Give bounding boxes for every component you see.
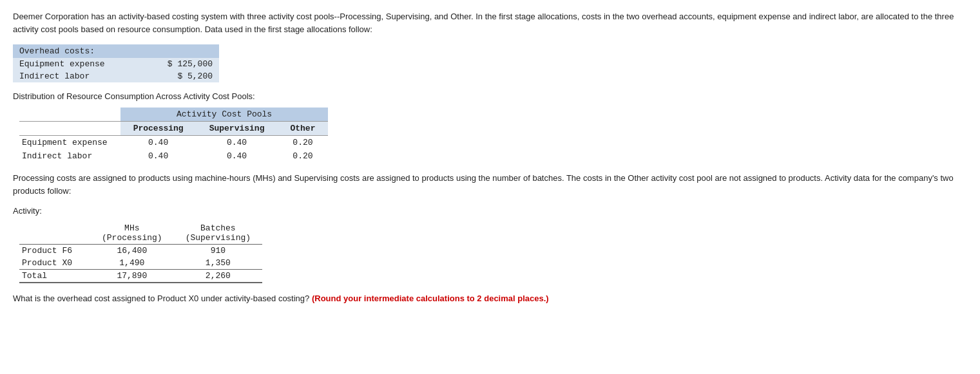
activity-data-table: MHs (Processing) Batches (Supervising) P… (19, 222, 262, 283)
question-normal-text: What is the overhead cost assigned to Pr… (13, 294, 309, 303)
activity-total-batches: 2,260 (174, 270, 262, 283)
acp-row-labor-processing: 0.40 (120, 149, 197, 163)
acp-row-equipment-label: Equipment expense (19, 136, 120, 150)
intro-paragraph: Deemer Corporation has an activity-based… (13, 10, 967, 35)
overhead-row-equipment-value: $ 125,000 (142, 58, 219, 70)
activity-total-mhs: 17,890 (90, 270, 174, 283)
acp-row-equipment-processing: 0.40 (120, 136, 197, 150)
activity-col-batches-header: Batches (Supervising) (174, 222, 262, 245)
acp-row-equipment-supervising: 0.40 (197, 136, 278, 150)
question-bold-text: (Round your intermediate calculations to… (312, 294, 549, 303)
overhead-row-labor-label: Indirect labor (13, 70, 142, 82)
acp-row-labor-label: Indirect labor (19, 149, 120, 163)
activity-row-x0-mhs: 1,490 (90, 257, 174, 270)
acp-row-labor-supervising: 0.40 (197, 149, 278, 163)
processing-paragraph: Processing costs are assigned to product… (13, 172, 967, 197)
activity-cost-pools-table: Activity Cost Pools Processing Supervisi… (19, 108, 328, 163)
activity-row-x0-batches: 1,350 (174, 257, 262, 270)
overhead-costs-table: Overhead costs: Equipment expense $ 125,… (13, 44, 219, 82)
acp-col-other: Other (277, 122, 328, 136)
activity-row-f6-batches: 910 (174, 245, 262, 257)
distribution-heading: Distribution of Resource Consumption Acr… (13, 91, 967, 101)
overhead-header-label: Overhead costs: (13, 44, 219, 58)
activity-col-mhs-header: MHs (Processing) (90, 222, 174, 245)
acp-col-processing: Processing (120, 122, 197, 136)
activity-row-f6-mhs: 16,400 (90, 245, 174, 257)
acp-row-labor-other: 0.20 (277, 149, 328, 163)
overhead-row-equipment-label: Equipment expense (13, 58, 142, 70)
overhead-row-labor-value: $ 5,200 (142, 70, 219, 82)
activity-label: Activity: (13, 206, 967, 216)
activity-row-f6-label: Product F6 (19, 245, 90, 257)
activity-row-x0-label: Product X0 (19, 257, 90, 270)
acp-col-supervising: Supervising (197, 122, 278, 136)
acp-row-equipment-other: 0.20 (277, 136, 328, 150)
question-paragraph: What is the overhead cost assigned to Pr… (13, 292, 967, 305)
acp-group-header: Activity Cost Pools (120, 108, 329, 122)
activity-total-label: Total (19, 270, 90, 283)
